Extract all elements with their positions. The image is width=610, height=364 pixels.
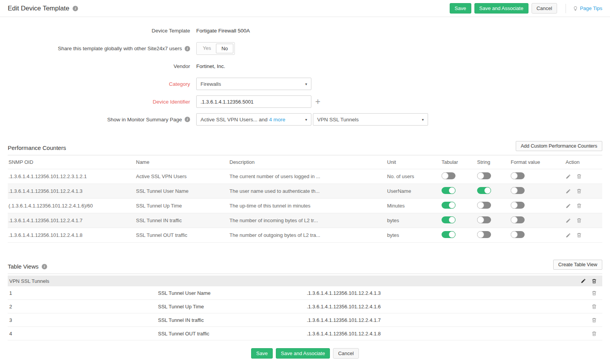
cell-description: The current number of users logged in ..…	[229, 173, 387, 179]
edit-icon[interactable]	[566, 189, 571, 194]
summary-page-row: Show in Monitor Summary Page i Active SS…	[8, 113, 602, 126]
delete-icon[interactable]	[576, 232, 582, 238]
tabular-toggle[interactable]	[442, 172, 455, 179]
column-header-tabular: Tabular	[442, 159, 477, 165]
delete-icon[interactable]	[576, 218, 582, 223]
cell-name: SSL Tunnel Up Time	[158, 304, 307, 310]
column-header-snmp-oid: SNMP OID	[8, 159, 136, 165]
format-value-toggle[interactable]	[511, 202, 525, 209]
info-icon[interactable]: i	[42, 264, 47, 269]
edit-icon[interactable]	[566, 233, 571, 238]
string-toggle[interactable]	[477, 202, 491, 209]
create-table-view-button[interactable]: Create Table View	[553, 260, 602, 270]
performance-counters-section: Performance Counters Add Custom Performa…	[0, 141, 610, 243]
cancel-button[interactable]: Cancel	[333, 348, 359, 359]
delete-icon[interactable]	[576, 203, 582, 209]
save-button[interactable]: Save	[450, 3, 471, 14]
summary-tableview-select[interactable]: VPN SSL Tunnels ▾	[313, 113, 428, 126]
table-row: .1.3.6.1.4.1.12356.101.12.2.4.1.8 SSL Tu…	[8, 228, 602, 243]
more-counters-link[interactable]: 4 more	[269, 117, 285, 122]
performance-counters-title: Performance Counters	[8, 145, 66, 151]
table-row: 1 SSL Tunnel User Name .1.3.6.1.4.1.1235…	[8, 286, 602, 300]
summary-page-label: Show in Monitor Summary Page i	[8, 117, 190, 122]
table-row: .1.3.6.1.4.1.12356.101.12.2.4.1.3 SSL Tu…	[8, 184, 602, 199]
cell-unit: UserName	[387, 188, 442, 194]
page-tips-link[interactable]: Page Tips	[573, 5, 602, 12]
cell-snmp-oid: (.1.3.6.1.4.1.12356.101.12.2.4.1.6)/60	[8, 203, 136, 209]
share-no-option[interactable]: No	[216, 44, 233, 53]
save-and-associate-button[interactable]: Save and Associate	[474, 3, 528, 14]
cell-index: 3	[9, 317, 158, 323]
string-toggle[interactable]	[477, 172, 491, 179]
tabular-toggle[interactable]	[442, 231, 455, 238]
summary-counters-value: Active SSL VPN Users... and	[201, 117, 268, 122]
column-header-unit: Unit	[387, 159, 442, 165]
cell-description: The number of incoming bytes of L2 tr...	[229, 218, 387, 223]
format-value-toggle[interactable]	[511, 231, 525, 238]
info-icon[interactable]: i	[185, 46, 190, 51]
cell-name: SSL Tunnel OUT traffic	[158, 331, 307, 337]
add-custom-performance-counters-button[interactable]: Add Custom Performance Counters	[516, 141, 602, 151]
delete-icon[interactable]	[576, 188, 582, 194]
cell-name: SSL Tunnel IN traffic	[136, 218, 229, 223]
string-toggle[interactable]	[477, 187, 491, 194]
share-template-row: Share this template globally with other …	[8, 42, 602, 55]
category-row: Category Firewalls ▾	[8, 78, 602, 90]
chevron-down-icon: ▾	[305, 82, 307, 86]
cell-snmp-oid: .1.3.6.1.4.1.12356.101.12.2.4.1.3	[8, 188, 136, 194]
edit-icon[interactable]	[566, 218, 571, 223]
table-row: 3 SSL Tunnel IN traffic .1.3.6.1.4.1.123…	[8, 313, 602, 327]
format-value-toggle[interactable]	[511, 216, 525, 223]
delete-icon[interactable]	[591, 290, 597, 296]
summary-counters-select[interactable]: Active SSL VPN Users... and4 more ▾	[196, 113, 311, 126]
delete-icon[interactable]	[591, 317, 597, 323]
table-views-title: Table Views	[8, 263, 39, 270]
delete-icon[interactable]	[591, 304, 597, 310]
edit-icon[interactable]	[566, 174, 571, 179]
edit-icon[interactable]	[566, 203, 571, 209]
category-select[interactable]: Firewalls ▾	[196, 78, 311, 90]
device-template-value: Fortigate Firewall 500A	[196, 28, 250, 34]
cell-description: The number of outgoing bytes of L2 tra..…	[229, 232, 387, 238]
edit-icon[interactable]	[581, 278, 586, 284]
cell-description: The up-time of this tunnel in minutes	[229, 203, 387, 209]
column-header-string: String	[477, 159, 511, 165]
format-value-toggle[interactable]	[511, 172, 525, 179]
column-header-format-value: Format value	[511, 159, 566, 165]
column-header-name: Name	[136, 159, 229, 165]
delete-icon[interactable]	[591, 331, 597, 337]
cell-description: The user name used to authenticate th...	[229, 188, 387, 194]
cell-unit: bytes	[387, 232, 442, 238]
chevron-down-icon: ▾	[422, 117, 424, 122]
cell-index: 1	[9, 290, 158, 296]
tabular-toggle[interactable]	[442, 216, 455, 223]
info-icon[interactable]: i	[73, 6, 78, 11]
string-toggle[interactable]	[477, 216, 491, 223]
table-row: 4 SSL Tunnel OUT traffic .1.3.6.1.4.1.12…	[8, 327, 602, 340]
delete-icon[interactable]	[591, 278, 597, 284]
delete-icon[interactable]	[576, 173, 582, 179]
cell-name: SSL Tunnel User Name	[158, 290, 307, 296]
top-bar: Edit Device Template i Save Save and Ass…	[0, 0, 610, 17]
column-header-action: Action	[566, 159, 602, 165]
save-button[interactable]: Save	[251, 348, 273, 359]
category-label: Category	[8, 81, 190, 87]
string-toggle[interactable]	[477, 231, 491, 238]
tabular-toggle[interactable]	[442, 202, 455, 209]
cell-snmp-oid: .1.3.6.1.4.1.12356.101.12.2.3.1.2.1	[8, 173, 136, 179]
cancel-button[interactable]: Cancel	[532, 3, 557, 14]
info-icon[interactable]: i	[185, 117, 190, 122]
add-identifier-icon[interactable]: +	[315, 97, 320, 106]
vendor-label: Vendor	[8, 63, 190, 69]
format-value-toggle[interactable]	[511, 187, 525, 194]
share-yes-option[interactable]: Yes	[198, 44, 216, 53]
device-identifier-input[interactable]	[196, 95, 311, 108]
cell-unit: bytes	[387, 218, 442, 223]
save-and-associate-button[interactable]: Save and Associate	[276, 348, 330, 359]
tabular-toggle[interactable]	[442, 187, 455, 194]
cell-name: SSL Tunnel Up Time	[136, 203, 229, 209]
table-view-group-name: VPN SSL Tunnels	[9, 278, 49, 284]
device-identifier-label: Device Identifier	[8, 99, 190, 105]
table-row: (.1.3.6.1.4.1.12356.101.12.2.4.1.6)/60 S…	[8, 199, 602, 213]
table-view-group-header: VPN SSL Tunnels	[8, 276, 602, 286]
